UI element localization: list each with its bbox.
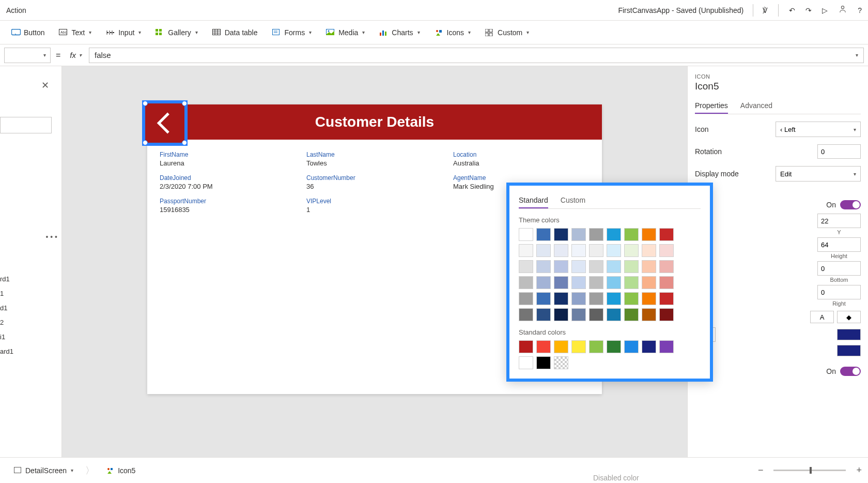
color-swatch[interactable] <box>624 228 639 241</box>
color-swatch[interactable] <box>607 292 621 305</box>
color-swatch[interactable] <box>659 292 674 305</box>
prop-icon-dropdown[interactable]: ‹ Left▾ <box>776 122 861 137</box>
color-swatch[interactable] <box>519 292 533 305</box>
tree-item[interactable]: i1 <box>0 326 13 340</box>
color-swatch[interactable] <box>642 340 656 353</box>
color-swatch[interactable] <box>536 308 551 321</box>
color-swatch[interactable] <box>536 292 551 305</box>
color-swatch[interactable] <box>536 228 551 241</box>
ribbon-custom[interactable]: Custom▾ <box>480 25 534 40</box>
color-swatch[interactable] <box>571 228 586 241</box>
prop-height-input[interactable] <box>817 237 861 252</box>
prop-rotation-input[interactable] <box>817 144 861 159</box>
color-swatch[interactable] <box>659 244 674 257</box>
ribbon-media[interactable]: Media▾ <box>321 25 370 40</box>
color-swatch[interactable] <box>519 308 533 321</box>
color-swatch[interactable] <box>624 276 639 289</box>
tree-item[interactable]: ard1 <box>0 340 13 355</box>
tree-item[interactable]: 2 <box>0 311 13 326</box>
color-swatch[interactable] <box>571 276 586 289</box>
color-swatch[interactable] <box>571 260 586 273</box>
color-swatch[interactable] <box>554 260 568 273</box>
prop-bottom-input[interactable] <box>817 261 861 276</box>
color-swatch[interactable] <box>624 340 639 353</box>
color-swatch[interactable] <box>624 260 639 273</box>
font-color-button[interactable]: A <box>810 311 834 323</box>
property-dropdown[interactable]: ▾ <box>4 48 51 63</box>
color-swatch[interactable] <box>589 292 603 305</box>
ribbon-text[interactable]: Abc Text▾ <box>54 25 97 40</box>
color-swatch[interactable] <box>607 228 621 241</box>
color-swatch[interactable] <box>642 244 656 257</box>
tree-item[interactable]: 1 <box>0 282 13 297</box>
prop-displaymode-dropdown[interactable]: Edit▾ <box>776 166 861 182</box>
help-icon[interactable]: ? <box>858 6 862 14</box>
tab-standard-colors[interactable]: Standard <box>519 193 548 208</box>
ribbon-input[interactable]: Input▾ <box>101 25 146 40</box>
color-swatch[interactable] <box>554 244 568 257</box>
color-swatch[interactable] <box>589 228 603 241</box>
play-icon[interactable]: ▷ <box>822 6 828 14</box>
search-input[interactable] <box>0 117 52 133</box>
share-icon[interactable] <box>838 5 847 16</box>
color-swatch[interactable] <box>624 244 639 257</box>
color-swatch[interactable] <box>642 260 656 273</box>
color-swatch[interactable] <box>607 308 621 321</box>
color-swatch[interactable] <box>589 244 603 257</box>
color-swatch[interactable] <box>554 340 568 353</box>
color-swatch[interactable] <box>571 292 586 305</box>
redo-icon[interactable]: ↷ <box>805 6 812 14</box>
color-swatch[interactable] <box>659 260 674 273</box>
color-swatch[interactable] <box>589 276 603 289</box>
color-swatch[interactable] <box>607 276 621 289</box>
color-swatch[interactable] <box>659 308 674 321</box>
visible-toggle[interactable] <box>840 200 861 209</box>
tab-advanced[interactable]: Advanced <box>740 98 772 114</box>
color-swatch[interactable] <box>607 260 621 273</box>
app-checker-icon[interactable]: ℣ <box>763 6 768 14</box>
ribbon-gallery[interactable]: Gallery▾ <box>150 25 203 40</box>
back-icon-selected[interactable] <box>142 100 188 146</box>
focus-toggle[interactable] <box>840 367 861 376</box>
ribbon-datatable[interactable]: Data table <box>207 25 263 40</box>
formula-input[interactable]: false ▾ <box>89 48 864 63</box>
color-swatch[interactable] <box>519 340 533 353</box>
color-swatch[interactable] <box>642 308 656 321</box>
color-swatch[interactable] <box>659 340 674 353</box>
color-swatch[interactable] <box>519 276 533 289</box>
color-swatch[interactable] <box>659 276 674 289</box>
color-swatch[interactable] <box>536 260 551 273</box>
color-swatch[interactable] <box>589 260 603 273</box>
color-swatch[interactable] <box>536 356 551 369</box>
more-icon[interactable]: • • • <box>46 233 57 241</box>
color-swatch[interactable] <box>837 329 861 340</box>
ribbon-button[interactable]: Button <box>6 25 50 40</box>
color-swatch[interactable] <box>554 308 568 321</box>
undo-icon[interactable]: ↶ <box>789 6 795 14</box>
prop-y-input[interactable] <box>817 214 861 228</box>
color-swatch[interactable] <box>642 276 656 289</box>
color-swatch[interactable] <box>571 244 586 257</box>
color-swatch[interactable] <box>554 356 568 369</box>
fill-color-button[interactable]: ◆ <box>837 311 861 323</box>
color-swatch[interactable] <box>519 244 533 257</box>
crumb-screen[interactable]: DetailScreen▾ <box>6 463 81 478</box>
fx-label[interactable]: fx▾ <box>66 51 86 59</box>
color-swatch[interactable] <box>607 340 621 353</box>
color-swatch[interactable] <box>624 308 639 321</box>
color-swatch[interactable] <box>837 345 861 356</box>
color-swatch[interactable] <box>519 260 533 273</box>
color-swatch[interactable] <box>519 356 533 369</box>
tree-item[interactable]: d1 <box>0 297 13 311</box>
color-swatch[interactable] <box>554 228 568 241</box>
crumb-selection[interactable]: Icon5 <box>99 463 143 478</box>
ribbon-forms[interactable]: Forms▾ <box>267 25 317 40</box>
color-swatch[interactable] <box>519 228 533 241</box>
tree-item[interactable]: rd1 <box>0 268 13 282</box>
color-swatch[interactable] <box>659 228 674 241</box>
color-swatch[interactable] <box>607 244 621 257</box>
tab-properties[interactable]: Properties <box>695 98 728 114</box>
color-swatch[interactable] <box>642 228 656 241</box>
color-swatch[interactable] <box>554 276 568 289</box>
ribbon-charts[interactable]: Charts▾ <box>374 25 425 40</box>
